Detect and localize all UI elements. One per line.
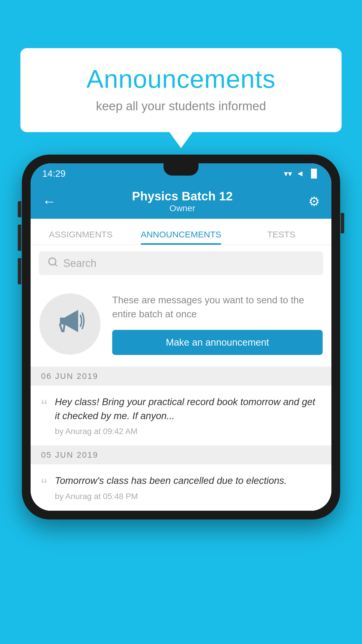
quote-icon-1: “ [41, 397, 47, 416]
app-bar-title-group: Physics Batch 12 Owner [132, 189, 233, 213]
tab-assignments[interactable]: ASSIGNMENTS [31, 230, 131, 245]
announcement-item-2[interactable]: “ Tomorrow's class has been cancelled du… [31, 464, 331, 511]
phone-screen: 14:29 ▾▾ ◄ ▐▌ ← Physics Batch 12 Owner ⚙… [31, 163, 331, 511]
announcement-megaphone-icon [55, 306, 85, 342]
phone-side-btn-left-3 [18, 258, 21, 284]
back-button[interactable]: ← [42, 193, 56, 209]
announcement-description: These are messages you want to send to t… [112, 293, 323, 321]
svg-line-2 [60, 325, 62, 331]
phone-wrapper: 14:29 ▾▾ ◄ ▐▌ ← Physics Batch 12 Owner ⚙… [22, 155, 340, 519]
app-bar-title: Physics Batch 12 [132, 189, 233, 203]
search-bar-container: Search [31, 245, 331, 281]
announcement-prompt: These are messages you want to send to t… [31, 281, 331, 367]
svg-line-3 [64, 325, 64, 331]
announcement-icon-circle [39, 293, 101, 355]
app-bar: ← Physics Batch 12 Owner ⚙ [31, 184, 331, 219]
phone-notch [164, 163, 198, 176]
speech-bubble-container: Announcements keep all your students inf… [20, 48, 342, 132]
announcement-text-1: Hey class! Bring your practical record b… [55, 395, 321, 423]
announcement-meta-1: by Anurag at 09:42 AM [55, 427, 321, 436]
speech-bubble: Announcements keep all your students inf… [20, 48, 342, 132]
phone-side-btn-left-2 [18, 225, 21, 251]
app-bar-subtitle: Owner [132, 203, 233, 213]
status-icons: ▾▾ ◄ ▐▌ [284, 169, 320, 178]
search-placeholder: Search [63, 257, 96, 270]
speech-bubble-title: Announcements [38, 64, 324, 94]
tab-tests[interactable]: TESTS [231, 230, 331, 245]
status-bar: 14:29 ▾▾ ◄ ▐▌ [31, 163, 331, 184]
battery-icon: ▐▌ [308, 169, 320, 178]
date-separator-2: 05 JUN 2019 [31, 446, 331, 464]
announcement-right: These are messages you want to send to t… [112, 293, 323, 355]
signal-icon: ◄ [296, 169, 304, 178]
search-bar[interactable]: Search [39, 251, 323, 275]
make-announcement-button[interactable]: Make an announcement [112, 330, 323, 355]
speech-bubble-subtitle: keep all your students informed [38, 99, 324, 113]
announcement-text-2: Tomorrow's class has been cancelled due … [55, 474, 321, 488]
announcement-text-group-2: Tomorrow's class has been cancelled due … [55, 474, 321, 501]
phone-side-btn-left-1 [18, 201, 21, 217]
wifi-icon: ▾▾ [284, 169, 292, 178]
search-icon [48, 257, 58, 270]
phone-outer: 14:29 ▾▾ ◄ ▐▌ ← Physics Batch 12 Owner ⚙… [22, 155, 340, 519]
tabs-bar: ASSIGNMENTS ANNOUNCEMENTS TESTS [31, 219, 331, 245]
tab-announcements[interactable]: ANNOUNCEMENTS [131, 230, 231, 245]
announcement-meta-2: by Anurag at 05:48 PM [55, 492, 321, 501]
content-area: Search [31, 245, 331, 511]
date-separator-1: 06 JUN 2019 [31, 367, 331, 386]
settings-icon[interactable]: ⚙ [308, 194, 320, 209]
status-time: 14:29 [42, 168, 66, 179]
svg-line-1 [55, 264, 57, 266]
phone-side-btn-power [341, 213, 344, 233]
announcement-item-1[interactable]: “ Hey class! Bring your practical record… [31, 386, 331, 446]
announcement-text-group-1: Hey class! Bring your practical record b… [55, 395, 321, 436]
quote-icon-2: “ [41, 476, 47, 495]
